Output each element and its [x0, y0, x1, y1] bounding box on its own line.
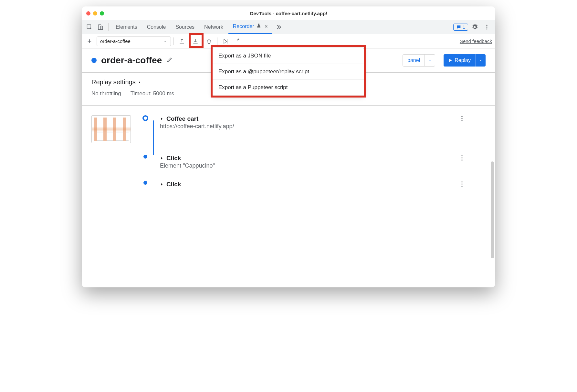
- svg-point-11: [461, 181, 462, 182]
- chevron-down-icon: [163, 39, 167, 44]
- step-subtitle: Element "Cappucino": [160, 162, 451, 169]
- step-title[interactable]: Click: [160, 155, 451, 162]
- window-titlebar: DevTools - coffee-cart.netlify.app/: [82, 6, 495, 20]
- close-tab-icon[interactable]: ×: [265, 23, 268, 30]
- replay-button[interactable]: Replay: [444, 54, 486, 67]
- export-menu: Export as a JSON file Export as a @puppe…: [212, 48, 364, 96]
- delete-button[interactable]: [204, 36, 215, 47]
- slow-replay-button[interactable]: [234, 36, 245, 47]
- chevron-right-icon: [160, 117, 164, 121]
- step-menu-icon[interactable]: [461, 115, 463, 123]
- performance-panel-button[interactable]: panel: [403, 54, 435, 67]
- tab-elements[interactable]: Elements: [111, 20, 142, 34]
- export-puppeteer-replay-item[interactable]: Export as a @puppeteer/replay script: [213, 64, 364, 80]
- svg-point-10: [461, 160, 462, 160]
- window-title: DevTools - coffee-cart.netlify.app/: [82, 11, 495, 16]
- chevron-right-icon: [160, 156, 164, 160]
- new-recording-button[interactable]: +: [85, 37, 94, 46]
- edit-title-button[interactable]: [166, 57, 173, 64]
- recording-status-dot: [91, 58, 97, 63]
- settings-gear-icon[interactable]: [469, 21, 480, 33]
- close-window-button[interactable]: [86, 11, 90, 15]
- maximize-window-button[interactable]: [100, 11, 104, 15]
- step-menu-icon[interactable]: [461, 181, 463, 189]
- step-title[interactable]: Coffee cart: [160, 115, 451, 122]
- more-tabs-icon[interactable]: [273, 22, 283, 32]
- export-button[interactable]: [190, 36, 201, 47]
- chevron-down-icon[interactable]: [475, 54, 486, 67]
- traffic-lights: [86, 11, 104, 15]
- experiment-flask-icon: [256, 23, 261, 30]
- timeline-node: [143, 181, 147, 185]
- more-menu-icon[interactable]: [481, 21, 493, 33]
- scrollbar[interactable]: [491, 161, 494, 258]
- chevron-right-icon: [160, 182, 164, 186]
- export-json-item[interactable]: Export as a JSON file: [213, 48, 364, 64]
- svg-point-8: [461, 155, 462, 156]
- step-subtitle: https://coffee-cart.netlify.app/: [160, 123, 451, 130]
- devtools-tabbar: Elements Console Sources Network Recorde…: [82, 20, 495, 34]
- svg-point-7: [461, 120, 462, 121]
- step-thumbnail: [91, 115, 131, 143]
- timeout-value: Timeout: 5000 ms: [131, 90, 174, 97]
- inspect-element-icon[interactable]: [84, 22, 95, 32]
- svg-point-2: [486, 25, 487, 26]
- tab-console[interactable]: Console: [142, 20, 171, 34]
- step-row: Click Element "Cappucino": [141, 155, 463, 169]
- send-feedback-link[interactable]: Send feedback: [460, 38, 492, 44]
- export-puppeteer-item[interactable]: Export as a Puppeteer script: [213, 80, 364, 96]
- issues-badge[interactable]: 1: [453, 24, 468, 31]
- tab-recorder[interactable]: Recorder ×: [228, 20, 272, 34]
- tab-network[interactable]: Network: [200, 20, 228, 34]
- svg-point-4: [486, 28, 487, 29]
- issues-count: 1: [463, 25, 465, 30]
- step-row: Coffee cart https://coffee-cart.netlify.…: [91, 115, 463, 143]
- import-button[interactable]: [176, 36, 187, 47]
- steps-list: Coffee cart https://coffee-cart.netlify.…: [82, 106, 495, 287]
- timeline-node: [143, 155, 147, 159]
- svg-point-6: [461, 118, 462, 119]
- play-icon: [448, 58, 453, 63]
- device-toolbar-icon[interactable]: [95, 22, 106, 32]
- tab-sources[interactable]: Sources: [171, 20, 199, 34]
- chevron-down-icon[interactable]: [425, 55, 435, 66]
- step-title[interactable]: Click: [160, 181, 451, 188]
- svg-point-12: [461, 183, 462, 184]
- recorder-toolbar: + order-a-coffee Send feedback: [82, 34, 495, 48]
- throttling-value: No throttling: [91, 90, 121, 97]
- timeline-node: [142, 115, 148, 121]
- replay-step-button[interactable]: [220, 36, 231, 47]
- recording-title: order-a-coffee: [101, 55, 162, 66]
- minimize-window-button[interactable]: [93, 11, 97, 15]
- svg-point-9: [461, 157, 462, 158]
- svg-point-13: [461, 186, 462, 187]
- svg-point-3: [486, 26, 487, 27]
- chevron-right-icon: [138, 80, 142, 84]
- step-row: Click: [141, 181, 463, 189]
- step-menu-icon[interactable]: [461, 155, 463, 162]
- recording-select[interactable]: order-a-coffee: [97, 36, 171, 46]
- svg-point-5: [461, 116, 462, 117]
